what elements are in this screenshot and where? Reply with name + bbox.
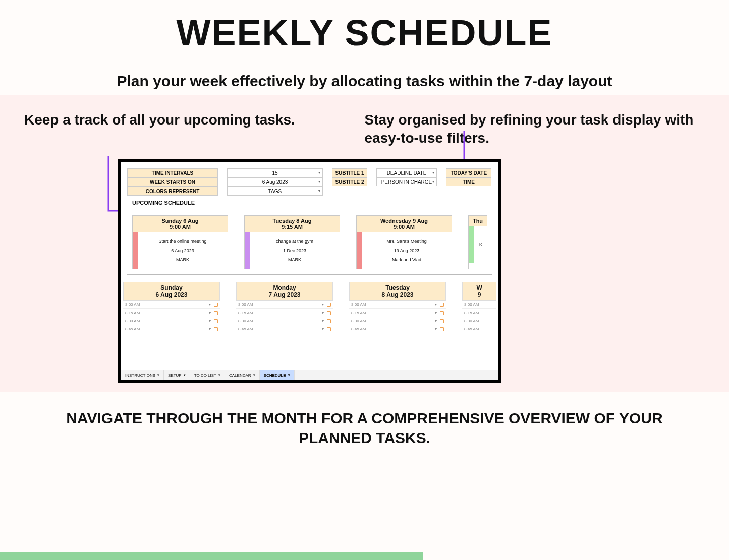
select-subtitle2[interactable]: PERSON IN CHARGE bbox=[376, 177, 437, 186]
day-column: Sunday 6 Aug 2023 8:00 AM▾ 8:15 AM▾ 8:30… bbox=[123, 282, 220, 333]
tab-instructions[interactable]: INSTRUCTIONS▾ bbox=[121, 370, 164, 380]
time-slot[interactable]: 8:30 AM▾ bbox=[236, 317, 333, 325]
label-subtitle1: SUBTITLE 1 bbox=[332, 168, 367, 177]
chevron-down-icon: ▾ bbox=[209, 327, 211, 331]
day-grid: Sunday 6 Aug 2023 8:00 AM▾ 8:15 AM▾ 8:30… bbox=[121, 279, 498, 333]
card-date: 1 Dec 2023 bbox=[250, 248, 340, 253]
tag-color-bar bbox=[133, 232, 138, 269]
app-screenshot: TIME INTERVALS WEEK STARTS ON COLORS REP… bbox=[118, 159, 501, 383]
chevron-down-icon: ▾ bbox=[209, 302, 211, 307]
page-title: WEEKLY SCHEDULE bbox=[30, 12, 699, 53]
time-slot[interactable]: 8:45 AM▾ bbox=[236, 325, 333, 333]
select-colors-represent[interactable]: TAGS bbox=[227, 186, 323, 196]
checkbox[interactable] bbox=[327, 319, 331, 323]
day-of-week: Monday bbox=[238, 284, 331, 291]
decorative-stripe bbox=[0, 552, 423, 560]
time-slot[interactable]: 8:30 AM▾ bbox=[123, 317, 220, 325]
feature-band: Keep a track of all your upcoming tasks.… bbox=[0, 95, 729, 392]
time-slot[interactable]: 8:45 AM▾ bbox=[349, 325, 446, 333]
chevron-down-icon: ▾ bbox=[288, 373, 290, 377]
checkbox[interactable] bbox=[327, 303, 331, 307]
tab-todo-list[interactable]: TO DO LIST▾ bbox=[190, 370, 225, 380]
time-slot[interactable]: 8:00 AM▾ bbox=[123, 301, 220, 309]
tab-setup[interactable]: SETUP▾ bbox=[164, 370, 190, 380]
card-time: 9:15 AM bbox=[246, 224, 339, 230]
time-slot[interactable]: 8:15 AM▾ bbox=[236, 309, 333, 317]
select-week-starts-on[interactable]: 6 Aug 2023 bbox=[227, 177, 323, 186]
day-column: Monday 7 Aug 2023 8:00 AM▾ 8:15 AM▾ 8:30… bbox=[236, 282, 333, 333]
callout-filters: Stay organised by refining your task dis… bbox=[365, 111, 705, 147]
card-task: R bbox=[474, 242, 487, 247]
tag-color-bar bbox=[357, 232, 362, 269]
time-slot[interactable]: 8:30 AM▾ bbox=[349, 317, 446, 325]
upcoming-card[interactable]: Wednesday 9 Aug 9:00 AM Mrs. Sara's Meet… bbox=[356, 215, 452, 269]
time-slot[interactable]: 8:15 AM bbox=[462, 309, 496, 317]
page-subtitle: Plan your week effectively by allocating… bbox=[30, 73, 699, 90]
upcoming-card[interactable]: Sunday 6 Aug 9:00 AM Start the online me… bbox=[132, 215, 228, 269]
time-slot[interactable]: 8:45 AM▾ bbox=[123, 325, 220, 333]
time-slot[interactable]: 8:30 AM bbox=[462, 317, 496, 325]
chevron-down-icon: ▾ bbox=[253, 373, 255, 377]
time-slot[interactable]: 8:00 AM bbox=[462, 301, 496, 309]
card-time: 9:00 AM bbox=[358, 224, 451, 230]
chevron-down-icon: ▾ bbox=[209, 310, 211, 315]
day-of-week: Sunday bbox=[125, 284, 218, 291]
divider bbox=[127, 274, 492, 275]
card-day: Sunday 6 Aug bbox=[134, 218, 227, 224]
sheet-tabs: INSTRUCTIONS▾ SETUP▾ TO DO LIST▾ CALENDA… bbox=[121, 370, 498, 380]
chevron-down-icon: ▾ bbox=[322, 319, 324, 323]
card-day: Thu bbox=[470, 218, 486, 224]
label-time-intervals: TIME INTERVALS bbox=[127, 168, 218, 177]
chevron-down-icon: ▾ bbox=[209, 319, 211, 323]
footer-caption: NAVIGATE THROUGH THE MONTH FOR A COMPREH… bbox=[0, 392, 729, 448]
select-time-intervals[interactable]: 15 bbox=[227, 168, 323, 177]
chevron-down-icon: ▾ bbox=[435, 310, 437, 315]
tag-color-bar bbox=[245, 232, 250, 269]
checkbox[interactable] bbox=[214, 319, 218, 323]
day-column: Tuesday 8 Aug 2023 8:00 AM▾ 8:15 AM▾ 8:3… bbox=[349, 282, 446, 333]
time-slot[interactable]: 8:45 AM bbox=[462, 325, 496, 333]
chevron-down-icon: ▾ bbox=[218, 373, 220, 377]
label-week-starts-on: WEEK STARTS ON bbox=[127, 177, 218, 186]
chevron-down-icon: ▾ bbox=[184, 373, 186, 377]
card-task: Mrs. Sara's Meeting bbox=[362, 239, 452, 244]
chevron-down-icon: ▾ bbox=[322, 310, 324, 315]
label-todays-date: TODAY'S DATE bbox=[446, 168, 491, 177]
card-task: change at the gym bbox=[250, 239, 340, 244]
time-slot[interactable]: 8:00 AM▾ bbox=[236, 301, 333, 309]
chevron-down-icon: ▾ bbox=[322, 302, 324, 307]
upcoming-card[interactable]: Tuesday 8 Aug 9:15 AM change at the gym … bbox=[244, 215, 340, 269]
tab-schedule[interactable]: SCHEDULE▾ bbox=[260, 370, 295, 380]
label-subtitle2: SUBTITLE 2 bbox=[332, 177, 367, 186]
checkbox[interactable] bbox=[440, 303, 444, 307]
checkbox[interactable] bbox=[214, 327, 218, 331]
checkbox[interactable] bbox=[214, 303, 218, 307]
card-date: 19 Aug 2023 bbox=[362, 248, 452, 253]
callout-upcoming: Keep a track of all your upcoming tasks. bbox=[24, 111, 310, 147]
checkbox[interactable] bbox=[440, 311, 444, 315]
time-slot[interactable]: 8:15 AM▾ bbox=[123, 309, 220, 317]
checkbox[interactable] bbox=[327, 311, 331, 315]
checkbox[interactable] bbox=[214, 311, 218, 315]
day-column: W 9 8:00 AM 8:15 AM 8:30 AM 8:45 AM bbox=[462, 282, 496, 333]
chevron-down-icon: ▾ bbox=[435, 319, 437, 323]
checkbox[interactable] bbox=[440, 319, 444, 323]
time-slot[interactable]: 8:15 AM▾ bbox=[349, 309, 446, 317]
card-day: Wednesday 9 Aug bbox=[358, 218, 451, 224]
card-person: MARK bbox=[250, 257, 340, 262]
time-slot[interactable]: 8:00 AM▾ bbox=[349, 301, 446, 309]
upcoming-card[interactable]: Thu R bbox=[468, 215, 487, 269]
select-subtitle1[interactable]: DEADLINE DATE bbox=[376, 168, 437, 177]
chevron-down-icon: ▾ bbox=[435, 327, 437, 331]
chevron-down-icon: ▾ bbox=[322, 327, 324, 331]
card-date: 6 Aug 2023 bbox=[138, 248, 228, 253]
card-person: MARK bbox=[138, 257, 228, 262]
upcoming-schedule-label: UPCOMING SCHEDULE bbox=[121, 199, 498, 209]
checkbox[interactable] bbox=[327, 327, 331, 331]
day-date: 9 bbox=[464, 291, 495, 298]
card-task: Start the online meeting bbox=[138, 239, 228, 244]
checkbox[interactable] bbox=[440, 327, 444, 331]
chevron-down-icon: ▾ bbox=[435, 302, 437, 307]
tab-calendar[interactable]: CALENDAR▾ bbox=[225, 370, 260, 380]
divider bbox=[127, 209, 492, 209]
